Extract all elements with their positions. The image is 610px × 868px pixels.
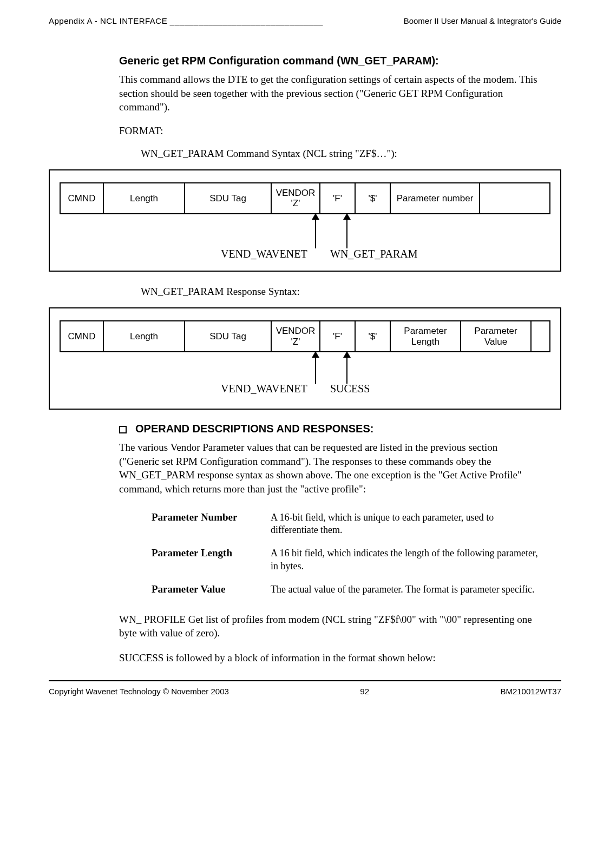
definition-desc: The actual value of the parameter. The f… [271,583,540,596]
cell-sdutag: SDU Tag [185,321,272,351]
cell-param-value: Parameter Value [461,321,532,351]
response-syntax-caption: WN_GET_PARAM Response Syntax: [141,286,540,298]
format-label: FORMAT: [119,125,540,137]
label-vend-wavenet: VEND_WAVENET [221,248,307,260]
cell-param-number: Parameter number [391,183,480,213]
definition-desc: A 16 bit field, which indicates the leng… [271,547,540,573]
cell-length: Length [104,321,185,351]
arrow-line [315,219,316,248]
section-title: Generic get RPM Configuration command (W… [119,55,540,67]
success-paragraph: SUCCESS is followed by a block of inform… [119,651,540,665]
definition-row: Parameter Value The actual value of the … [152,583,540,596]
label-sucess: SUCESS [330,383,370,395]
cell-f: 'F' [320,183,356,213]
cell-cmnd: CMND [61,183,104,213]
label-wn-get-param: WN_GET_PARAM [330,248,418,260]
definition-term: Parameter Length [152,547,271,573]
cell-param-length: Parameter Length [391,321,461,351]
command-syntax-caption: WN_GET_PARAM Command Syntax (NCL string … [141,148,540,160]
cell-tail [532,321,549,351]
page-header: Appendix A - NCL INTERFACE _____________… [49,16,561,28]
cell-vendor-l2: 'Z' [274,198,317,209]
cell-param-length-l2: Length [393,337,458,347]
cell-dollar: '$' [356,183,391,213]
definitions: Parameter Number A 16-bit field, which i… [152,511,540,596]
command-row: CMND Length SDU Tag VENDOR 'Z' 'F' '$' P… [60,182,550,214]
wn-profile-paragraph: WN_ PROFILE Get list of profiles from mo… [119,613,540,640]
label-vend-wavenet: VEND_WAVENET [221,383,307,395]
arrow-line [346,357,347,384]
definition-term: Parameter Number [152,511,271,537]
cell-length: Length [104,183,185,213]
cell-sdutag: SDU Tag [185,183,272,213]
arrow-line [315,357,316,384]
arrow-line [346,219,347,248]
definition-row: Parameter Length A 16 bit field, which i… [152,547,540,573]
command-syntax-diagram: CMND Length SDU Tag VENDOR 'Z' 'F' '$' P… [49,169,561,272]
page-footer: Copyright Wavenet Technology © November … [49,681,561,696]
footer-left: Copyright Wavenet Technology © November … [49,687,229,696]
cell-param-length-l1: Parameter [393,326,458,337]
definition-row: Parameter Number A 16-bit field, which i… [152,511,540,537]
operand-heading: OPERAND DESCRIPTIONS AND RESPONSES: [119,423,540,435]
cell-f: 'F' [320,321,356,351]
footer-center: 92 [360,687,369,696]
operand-body: The various Vendor Parameter values that… [119,440,540,496]
header-right: Boomer II User Manual & Integrator's Gui… [404,16,561,25]
cell-vendor-l1: VENDOR [274,188,317,199]
cell-vendor: VENDOR 'Z' [272,183,320,213]
header-left: Appendix A - NCL INTERFACE _____________… [49,16,323,25]
cell-param-value-l2: Value [463,337,528,347]
cell-vendor-l2: 'Z' [274,337,317,347]
response-syntax-diagram: CMND Length SDU Tag VENDOR 'Z' 'F' '$' P… [49,307,561,410]
cell-vendor: VENDOR 'Z' [272,321,320,351]
definition-term: Parameter Value [152,583,271,596]
response-row: CMND Length SDU Tag VENDOR 'Z' 'F' '$' P… [60,320,550,352]
cell-dollar: '$' [356,321,391,351]
cell-cmnd: CMND [61,321,104,351]
cell-param-value-l1: Parameter [463,326,528,337]
cell-vendor-l1: VENDOR [274,326,317,337]
section-intro: This command allows the DTE to get the c… [119,73,540,114]
footer-right: BM210012WT37 [500,687,561,696]
cell-tail [480,183,549,213]
definition-desc: A 16-bit field, which is unique to each … [271,511,540,537]
